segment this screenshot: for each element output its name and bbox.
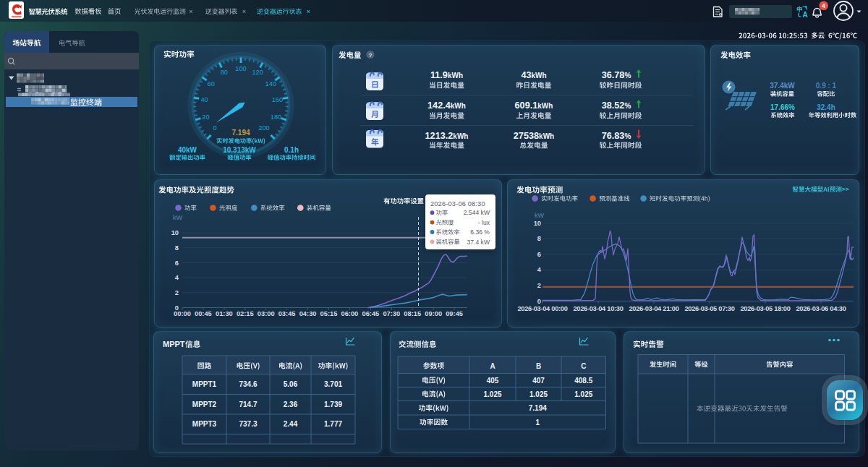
svg-text:00:45: 00:45	[195, 310, 212, 317]
svg-text:?: ?	[369, 52, 373, 59]
svg-text:B: B	[536, 362, 541, 370]
svg-text:142.4kWh: 142.4kWh	[427, 100, 466, 111]
svg-text:200: 200	[258, 124, 270, 132]
svg-text:6.36 %: 6.36 %	[470, 228, 490, 236]
svg-text:3.701: 3.701	[324, 380, 342, 388]
svg-text:408.5: 408.5	[574, 377, 592, 385]
svg-text:714.7: 714.7	[239, 400, 257, 408]
svg-text:734.6: 734.6	[239, 380, 257, 388]
svg-text:180: 180	[271, 113, 282, 121]
svg-text:2.544 kW: 2.544 kW	[464, 209, 490, 216]
svg-text:0: 0	[175, 304, 179, 312]
svg-text:0.1h: 0.1h	[284, 146, 299, 154]
svg-text:06:45: 06:45	[362, 310, 380, 317]
svg-text:160: 160	[272, 96, 284, 103]
svg-text:MPPT1: MPPT1	[192, 380, 217, 388]
svg-text:80: 80	[221, 69, 228, 76]
svg-text:6: 6	[537, 251, 541, 258]
svg-text:0.9 : 1: 0.9 : 1	[816, 82, 837, 90]
svg-text:10.313kW: 10.313kW	[223, 146, 256, 154]
svg-text:140: 140	[265, 80, 277, 87]
svg-text:8: 8	[175, 244, 179, 252]
svg-text:03:00: 03:00	[258, 310, 275, 317]
svg-text:2.44: 2.44	[284, 420, 298, 428]
svg-text:32.4h: 32.4h	[817, 103, 835, 111]
svg-text:07:30: 07:30	[383, 310, 400, 317]
svg-text:×: ×	[189, 8, 192, 15]
svg-text:2026-03-04 00:00: 2026-03-04 00:00	[517, 305, 567, 312]
svg-text:04:30: 04:30	[299, 310, 317, 317]
svg-text:×: ×	[242, 8, 246, 15]
svg-text:405: 405	[487, 377, 499, 385]
svg-text:7.194: 7.194	[529, 404, 547, 412]
svg-text:20: 20	[202, 113, 209, 121]
svg-text:43kWh: 43kWh	[521, 70, 546, 80]
svg-text:MPPT3: MPPT3	[192, 420, 217, 428]
svg-text:36.78%: 36.78%	[602, 70, 631, 80]
svg-text:737.3: 737.3	[239, 420, 257, 428]
svg-text:01:30: 01:30	[216, 310, 233, 317]
svg-text:407: 407	[532, 377, 545, 385]
svg-text:1.739: 1.739	[324, 400, 342, 408]
svg-text:5.06: 5.06	[284, 380, 298, 388]
svg-text:27538kWh: 27538kWh	[514, 131, 554, 141]
svg-text:A: A	[490, 362, 495, 370]
svg-text:1.025: 1.025	[483, 390, 501, 398]
svg-text:kW: kW	[535, 212, 545, 219]
svg-text:1.777: 1.777	[324, 420, 342, 428]
svg-text:0: 0	[537, 298, 541, 305]
svg-text:120: 120	[252, 69, 263, 76]
svg-text:100: 100	[235, 65, 247, 72]
svg-text:37.4 kW: 37.4 kW	[467, 239, 490, 246]
svg-text:40: 40	[200, 96, 208, 103]
svg-text:2026-03-06 08:30: 2026-03-06 08:30	[430, 200, 485, 207]
svg-text:7.194: 7.194	[231, 129, 250, 137]
svg-text:37.4kW: 37.4kW	[770, 82, 795, 90]
svg-text:1.025: 1.025	[574, 390, 592, 398]
svg-text:2026-03-05 18:00: 2026-03-05 18:00	[740, 305, 790, 312]
svg-text:02:15: 02:15	[237, 310, 254, 317]
svg-text:11.9kWh: 11.9kWh	[430, 70, 463, 80]
svg-text:0: 0	[213, 124, 216, 132]
svg-text:09:00: 09:00	[425, 310, 442, 317]
svg-text:8: 8	[537, 235, 541, 242]
svg-text:2026-03-04 10:30: 2026-03-04 10:30	[573, 305, 623, 312]
svg-text:38.52%: 38.52%	[602, 100, 631, 111]
svg-text:06:00: 06:00	[341, 310, 359, 317]
svg-text:6: 6	[175, 260, 179, 267]
svg-text:kW: kW	[173, 214, 183, 221]
svg-text:C: C	[581, 362, 586, 370]
svg-text:4: 4	[537, 266, 542, 273]
svg-text:76.83%: 76.83%	[602, 131, 631, 141]
svg-text:MPPT2: MPPT2	[192, 400, 217, 408]
svg-text:2026-03-04 21:00: 2026-03-04 21:00	[629, 305, 678, 312]
svg-text:10: 10	[171, 229, 179, 236]
svg-text:60: 60	[208, 80, 215, 87]
svg-text:609.1kWh: 609.1kWh	[515, 100, 553, 111]
svg-text:09:45: 09:45	[446, 310, 463, 317]
svg-text:1213.2kWh: 1213.2kWh	[425, 131, 469, 141]
svg-text:MPPT: MPPT	[163, 340, 185, 348]
svg-text:4: 4	[822, 2, 825, 9]
svg-text:4: 4	[175, 274, 179, 281]
svg-text:40kW: 40kW	[178, 146, 197, 154]
svg-text:- lux: - lux	[478, 219, 490, 226]
svg-text:2026-03-05 07:30: 2026-03-05 07:30	[684, 305, 734, 312]
svg-text:1.025: 1.025	[529, 390, 548, 398]
svg-text:×: ×	[307, 8, 310, 15]
svg-text:1: 1	[535, 419, 540, 427]
svg-text:03:45: 03:45	[278, 310, 296, 317]
svg-text:2.36: 2.36	[284, 400, 298, 408]
svg-text:A: A	[803, 11, 808, 19]
svg-text:2: 2	[537, 282, 541, 289]
svg-text:10: 10	[534, 220, 541, 227]
svg-text:2026-03-06 04:30: 2026-03-06 04:30	[796, 305, 846, 312]
svg-text:08:15: 08:15	[404, 310, 421, 317]
svg-text:2: 2	[175, 289, 179, 296]
svg-text:17.66%: 17.66%	[770, 103, 795, 111]
svg-text:05:15: 05:15	[320, 310, 338, 317]
